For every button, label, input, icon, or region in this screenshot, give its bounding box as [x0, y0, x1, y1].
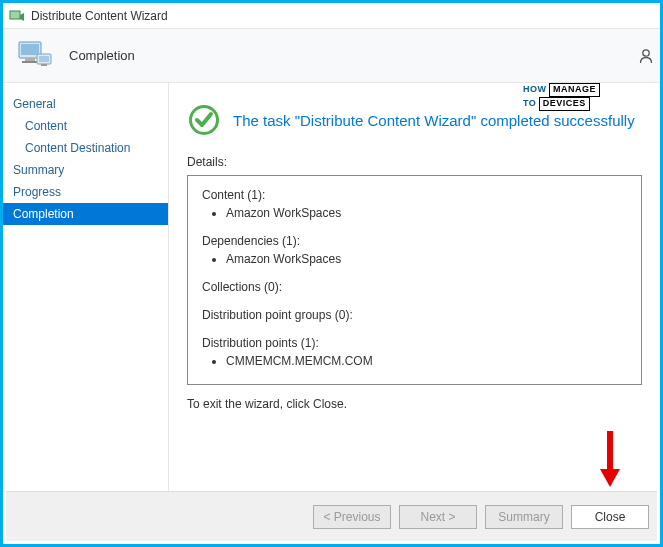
details-dp-header: Distribution points (1): [202, 334, 627, 352]
details-box[interactable]: Content (1): Amazon WorkSpaces Dependenc… [187, 175, 642, 385]
content-area: HOW MANAGE TO DEVICES The task "Distribu… [169, 83, 660, 494]
sidebar-item-content[interactable]: Content [3, 115, 168, 137]
wizard-body: General Content Content Destination Summ… [3, 83, 660, 494]
titlebar: Distribute Content Wizard [3, 3, 660, 29]
svg-rect-3 [25, 58, 35, 61]
svg-rect-0 [10, 11, 20, 19]
sidebar: General Content Content Destination Summ… [3, 83, 169, 494]
svg-point-8 [643, 50, 649, 56]
details-content-item: Amazon WorkSpaces [226, 204, 627, 222]
exit-hint: To exit the wizard, click Close. [187, 397, 642, 411]
svg-rect-6 [39, 56, 49, 62]
sidebar-item-summary[interactable]: Summary [3, 159, 168, 181]
computer-distribute-icon [15, 36, 55, 76]
svg-rect-4 [22, 61, 38, 63]
app-icon [9, 8, 25, 24]
sidebar-item-content-destination[interactable]: Content Destination [3, 137, 168, 159]
next-button: Next > [399, 505, 477, 529]
details-dp-item: CMMEMCM.MEMCM.COM [226, 352, 627, 370]
details-dpg-header: Distribution point groups (0): [202, 306, 627, 324]
page-title: Completion [69, 48, 135, 63]
details-dependencies-header: Dependencies (1): [202, 232, 627, 250]
svg-rect-7 [41, 64, 47, 66]
wizard-footer: < Previous Next > Summary Close [6, 491, 657, 541]
sidebar-item-progress[interactable]: Progress [3, 181, 168, 203]
close-button[interactable]: Close [571, 505, 649, 529]
summary-button: Summary [485, 505, 563, 529]
details-content-header: Content (1): [202, 186, 627, 204]
svg-rect-2 [21, 44, 39, 55]
sidebar-item-general[interactable]: General [3, 93, 168, 115]
wizard-header: Completion [3, 29, 660, 83]
watermark: HOW MANAGE TO DEVICES [523, 83, 600, 111]
details-label: Details: [187, 155, 642, 169]
success-check-icon [187, 103, 221, 137]
user-icon [638, 47, 656, 68]
sidebar-item-completion[interactable]: Completion [3, 203, 168, 225]
details-dependencies-item: Amazon WorkSpaces [226, 250, 627, 268]
previous-button: < Previous [313, 505, 391, 529]
status-message: The task "Distribute Content Wizard" com… [233, 112, 635, 129]
window-title: Distribute Content Wizard [31, 9, 168, 23]
details-collections-header: Collections (0): [202, 278, 627, 296]
